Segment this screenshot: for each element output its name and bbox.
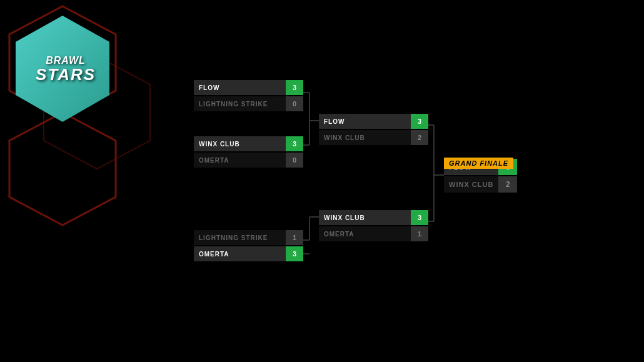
quarterfinal-2: WINX CLUB 3 OMERTA 0: [194, 136, 303, 169]
semifinal-1: FLOW 3 WINX CLUB 2: [319, 114, 428, 146]
qf1-team1-name: FLOW: [194, 80, 286, 95]
sf1-team1-name: FLOW: [319, 114, 411, 129]
sf2-team2-name: OMERTA: [319, 226, 411, 241]
sf2-team1-score: 3: [411, 210, 428, 225]
sf1-team1-row: FLOW 3: [319, 114, 428, 129]
qf1-team2-score: 0: [286, 96, 303, 111]
qf2-team2-name: OMERTA: [194, 153, 286, 168]
grand-finale-section: GRAND FINALE FLOW 3 WINX CLUB 2: [444, 158, 517, 194]
sf2-team2-row: OMERTA 1: [319, 226, 428, 241]
semifinal-2: WINX CLUB 3 OMERTA 1: [319, 210, 428, 243]
qf2-team1-name: WINX CLUB: [194, 136, 286, 151]
sf2-team1-row: WINX CLUB 3: [319, 210, 428, 225]
gf-team2-name: WINX CLUB: [444, 176, 498, 193]
qf3-team2-score: 3: [286, 246, 303, 261]
qf3-team1-score: 1: [286, 230, 303, 245]
sf1-team2-row: WINX CLUB 2: [319, 130, 428, 145]
qf3-team2-name: OMERTA: [194, 246, 286, 261]
qf2-team1-score: 3: [286, 136, 303, 151]
qf1-team1-row: FLOW 3: [194, 80, 303, 95]
qf3-team1-name: LIGHTNING STRIKE: [194, 230, 286, 245]
qf3-team1-row: LIGHTNING STRIKE 1: [194, 230, 303, 245]
qf1-team2-row: LIGHTNING STRIKE 0: [194, 96, 303, 111]
gf-team2-score: 2: [498, 176, 517, 193]
quarterfinal-1: FLOW 3 LIGHTNING STRIKE 0: [194, 80, 303, 113]
sf2-team1-name: WINX CLUB: [319, 210, 411, 225]
quarterfinal-3: LIGHTNING STRIKE 1 OMERTA 3: [194, 230, 303, 263]
qf3-team2-row: OMERTA 3: [194, 246, 303, 261]
qf2-team2-row: OMERTA 0: [194, 153, 303, 168]
gf-team2-row: WINX CLUB 2: [444, 176, 517, 193]
sf2-team2-score: 1: [411, 226, 428, 241]
qf2-team1-row: WINX CLUB 3: [194, 136, 303, 151]
sf1-team2-name: WINX CLUB: [319, 130, 411, 145]
qf2-team2-score: 0: [286, 153, 303, 168]
qf1-team1-score: 3: [286, 80, 303, 95]
sf1-team2-score: 2: [411, 130, 428, 145]
grand-finale-label: GRAND FINALE: [444, 158, 513, 169]
sf1-team1-score: 3: [411, 114, 428, 129]
bracket-lines: [0, 0, 644, 362]
qf1-team2-name: LIGHTNING STRIKE: [194, 96, 286, 111]
